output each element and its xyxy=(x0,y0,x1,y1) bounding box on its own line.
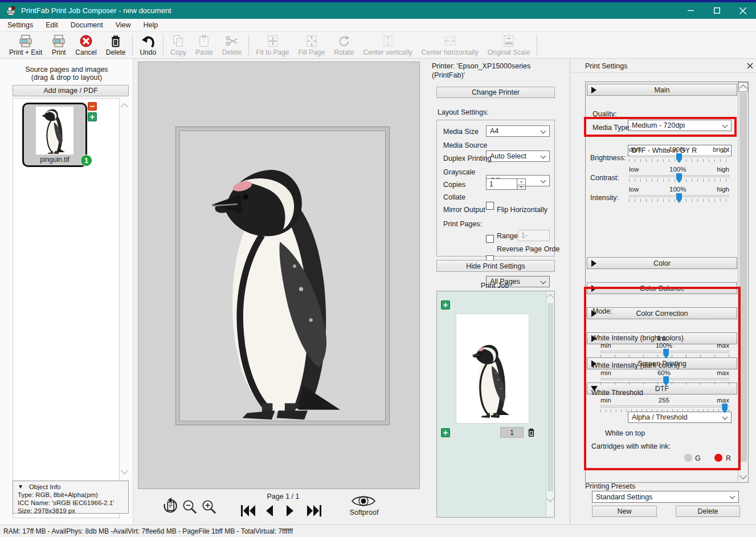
delete-cut-button[interactable]: Delete xyxy=(218,32,247,58)
cancel-button[interactable]: Cancel xyxy=(71,32,101,58)
close-button[interactable] xyxy=(730,2,756,19)
collapse-arrow-icon[interactable]: ▼ xyxy=(18,483,23,491)
layout-canvas[interactable] xyxy=(138,62,420,489)
scroll-down-icon[interactable] xyxy=(546,495,554,502)
section-color[interactable]: Color xyxy=(587,257,737,269)
media-size-select[interactable]: A4 xyxy=(486,125,550,137)
add-image-button[interactable]: Add image / PDF xyxy=(13,85,129,96)
last-page-icon[interactable] xyxy=(306,504,322,518)
grayscale-checkbox[interactable] xyxy=(486,202,494,210)
brightness-slider[interactable]: dark100%bright xyxy=(629,146,729,162)
paste-icon xyxy=(197,34,211,48)
white-threshold-slider[interactable]: min255max xyxy=(600,397,729,412)
hide-print-settings-button[interactable]: Hide Print Settings xyxy=(436,260,555,272)
original-scale-button[interactable]: 100% Original Scale xyxy=(483,32,535,58)
center-vertically-button[interactable]: Center vertically xyxy=(359,32,417,58)
preset-new-button[interactable]: New xyxy=(592,506,657,517)
undo-button[interactable]: Undo xyxy=(135,32,161,58)
print-job-page-thumbnail[interactable] xyxy=(456,314,529,423)
intensity-slider[interactable]: low100%high xyxy=(629,186,729,202)
scroll-down-icon[interactable] xyxy=(739,472,747,479)
print-job-panel: + + 1 xyxy=(436,291,555,518)
toolbar-separator xyxy=(537,34,537,56)
zoom-out-icon[interactable] xyxy=(181,498,198,515)
scrollbar-thumb[interactable] xyxy=(739,92,747,462)
center-horizontally-button[interactable]: Center horizontally xyxy=(417,32,483,58)
minimize-button[interactable] xyxy=(677,2,704,19)
scroll-up-icon[interactable] xyxy=(739,84,747,92)
source-item-filename: pinguin.tif xyxy=(24,156,85,164)
toolbar-label: Rotate xyxy=(334,48,354,56)
slider-max-label: high xyxy=(717,186,729,193)
copies-spinner[interactable]: ▲ ▼ xyxy=(517,178,526,190)
settings-scrollbar[interactable] xyxy=(738,82,748,482)
softproof-eye-icon[interactable] xyxy=(351,494,376,508)
quality-select[interactable]: Medium - 720dpi xyxy=(628,120,732,131)
rotate-page-icon[interactable] xyxy=(161,497,179,515)
media-source-select[interactable]: Auto Select xyxy=(486,150,550,162)
menu-view[interactable]: View xyxy=(109,19,137,31)
add-page-button[interactable]: + xyxy=(441,300,450,310)
collate-checkbox[interactable] xyxy=(486,235,494,243)
menu-settings[interactable]: Settings xyxy=(1,19,39,31)
preset-delete-button[interactable]: Delete xyxy=(676,506,740,517)
printer-name: Printer: 'Epson_XP15000series (PrintFab)… xyxy=(432,62,557,80)
first-page-icon[interactable] xyxy=(240,504,256,518)
menu-document[interactable]: Document xyxy=(64,19,109,31)
rotate-button[interactable]: Rotate xyxy=(329,32,358,58)
spin-up-icon[interactable]: ▲ xyxy=(517,179,525,185)
slider-value: 100% xyxy=(669,166,686,173)
paste-button[interactable]: Paste xyxy=(191,32,218,58)
contrast-slider[interactable]: low100%high xyxy=(629,166,729,182)
zoom-in-icon[interactable] xyxy=(201,498,218,515)
section-color-balance[interactable]: Color Balance xyxy=(587,282,737,294)
source-item-pinguin[interactable]: pinguin.tif xyxy=(22,103,87,167)
copy-button[interactable]: Copy xyxy=(166,32,191,58)
section-label: Main xyxy=(587,86,737,94)
print-exit-button[interactable]: Print + Exit xyxy=(5,32,47,58)
menu-help[interactable]: Help xyxy=(137,19,165,31)
fill-page-icon xyxy=(305,34,318,48)
settings-scroll-container: Main Quality: Medium - 720dpi Media Type… xyxy=(585,82,749,483)
divider xyxy=(570,72,756,73)
delete-page-icon[interactable] xyxy=(526,427,536,438)
chevron-down-icon xyxy=(730,494,735,499)
layout-settings-label: Layout Settings: xyxy=(438,108,489,116)
print-job-scrollbar[interactable] xyxy=(546,292,554,516)
collate-label: Collate xyxy=(443,193,465,201)
presets-select[interactable]: Standard Settings xyxy=(592,491,739,503)
white-intensity-bright-slider[interactable]: min100%max xyxy=(600,342,729,357)
dtf-mode-select[interactable]: Alpha / Threshold xyxy=(628,412,732,423)
fit-to-page-button[interactable]: Fit to Page xyxy=(251,32,293,58)
cartridge-g-label: G xyxy=(695,454,701,462)
copies-input[interactable]: 1 xyxy=(486,178,517,190)
scroll-down-icon[interactable] xyxy=(121,467,128,474)
previous-page-icon[interactable] xyxy=(264,504,275,518)
scrollbar-thumb[interactable] xyxy=(547,303,553,491)
next-page-icon[interactable] xyxy=(285,504,295,518)
penguin-image[interactable] xyxy=(193,158,374,420)
change-printer-button[interactable]: Change Printer xyxy=(436,87,555,98)
page-number-box[interactable]: 1 xyxy=(500,427,524,438)
flip-horizontally-label: Flip Horizontally xyxy=(497,206,547,214)
section-main[interactable]: Main xyxy=(587,84,737,96)
mirror-output-label: Mirror Output xyxy=(443,206,485,214)
remove-copy-button[interactable]: – xyxy=(88,102,97,111)
slider-min-label: min xyxy=(600,397,611,404)
page-preview[interactable] xyxy=(175,127,390,425)
print-button[interactable]: Print xyxy=(47,32,71,58)
add-copy-button[interactable]: + xyxy=(88,112,97,121)
menu-edit[interactable]: Edit xyxy=(39,19,64,31)
copy-icon xyxy=(171,34,185,48)
white-intensity-dark-slider[interactable]: min60%max xyxy=(600,369,729,385)
scroll-up-icon[interactable] xyxy=(546,294,554,301)
ranges-input[interactable]: 1- xyxy=(518,230,550,241)
add-page-button[interactable]: + xyxy=(441,428,450,437)
fill-page-button[interactable]: Fill Page xyxy=(294,32,330,58)
maximize-button[interactable] xyxy=(704,2,730,19)
close-panel-icon[interactable] xyxy=(747,63,753,69)
delete-button[interactable]: Delete xyxy=(101,32,130,58)
media-type-label: Media Type: xyxy=(592,124,631,132)
spin-down-icon[interactable]: ▼ xyxy=(517,185,525,190)
scroll-up-icon[interactable] xyxy=(121,103,128,111)
